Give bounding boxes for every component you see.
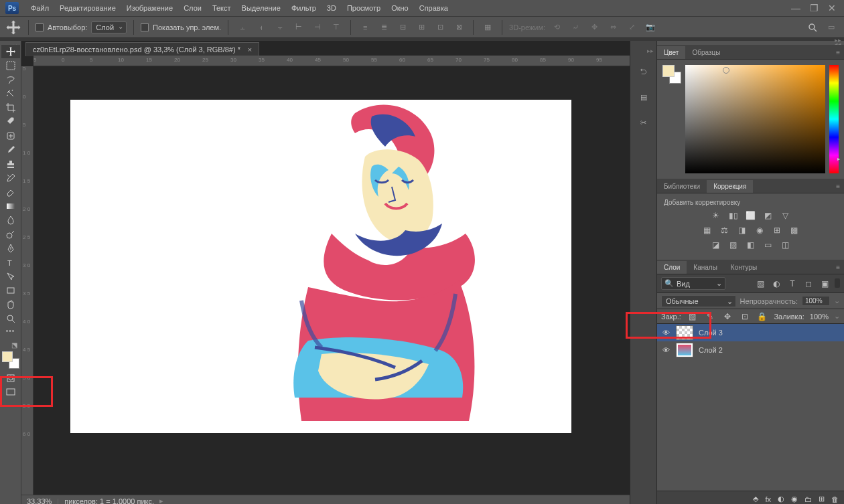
move-tool[interactable] [1,45,20,58]
history-brush-tool[interactable] [1,171,20,185]
autoselect-checkbox[interactable] [36,23,44,31]
type-tool[interactable]: T [1,256,20,269]
layer-mask-icon[interactable]: ◐ [778,495,784,503]
layer-fx-icon[interactable]: fx [765,495,771,503]
dodge-tool[interactable] [1,228,20,241]
hue-slider[interactable]: ▸ [829,65,839,173]
pen-tool[interactable] [1,242,20,255]
colorlookup-icon[interactable]: ▩ [788,225,800,236]
foreground-swatch[interactable] [2,351,13,362]
distribute-3-icon[interactable]: ⊟ [395,20,410,35]
tab-libraries[interactable]: Библиотеки [657,180,707,193]
photo-filter-icon[interactable]: ◉ [754,225,766,236]
lock-all-icon[interactable]: 🔒 [756,311,768,322]
tab-swatches[interactable]: Образцы [685,46,727,59]
path-tool[interactable] [1,270,20,283]
panel-menu-icon[interactable]: ≡ [832,261,844,274]
character-panel-icon[interactable]: ✂ [636,114,652,131]
distribute-2-icon[interactable]: ≣ [376,20,391,35]
menu-help[interactable]: Справка [414,2,453,14]
screen-mode-tool[interactable] [1,386,20,399]
menu-image[interactable]: Изображение [121,2,178,14]
gradient-map-icon[interactable]: ▭ [762,240,774,250]
bw-icon[interactable]: ◨ [736,225,748,236]
delete-layer-icon[interactable]: 🗑 [831,495,839,503]
search-icon[interactable] [805,20,820,35]
panel-menu-icon[interactable]: ≡ [832,46,844,59]
fill-input[interactable]: 100% [810,313,829,321]
filter-type-icon[interactable]: T [786,278,798,289]
minimize-icon[interactable]: — [791,3,800,13]
layer-row[interactable]: 👁 Слой 2 [657,341,844,359]
blend-mode-dropdown[interactable]: Обычные⌄ [661,295,736,307]
selective-color-icon[interactable]: ◫ [780,240,792,250]
tab-paths[interactable]: Контуры [724,261,764,274]
3d-roll-icon[interactable]: ⤾ [568,20,583,35]
filter-pixel-icon[interactable]: ▧ [754,278,766,289]
align-vcenter-icon[interactable]: ⫞ [254,20,269,35]
lock-transparent-icon[interactable]: ▧ [687,311,699,322]
show-controls-checkbox[interactable] [141,23,149,31]
new-layer-icon[interactable]: ⊞ [819,495,825,503]
menu-text[interactable]: Текст [207,2,236,14]
channel-mixer-icon[interactable]: ⊞ [771,225,783,236]
stamp-tool[interactable] [1,157,20,171]
autoselect-dropdown[interactable]: Слой [91,21,127,33]
3d-camera-icon[interactable]: 📷 [643,20,658,35]
align-bottom-icon[interactable]: ⫟ [273,20,287,35]
quickmask-tool[interactable] [1,371,20,385]
new-group-icon[interactable]: 🗀 [804,495,812,503]
distribute-4-icon[interactable]: ⊞ [414,20,429,35]
blur-tool[interactable] [1,214,20,227]
3d-pan-icon[interactable]: ✥ [587,20,602,35]
tab-channels[interactable]: Каналы [687,261,724,274]
lock-paint-icon[interactable]: ✎ [704,311,716,322]
filter-smart-icon[interactable]: ▣ [819,278,831,289]
eraser-tool[interactable] [1,185,20,199]
lasso-tool[interactable] [1,73,20,86]
3d-scale-icon[interactable]: ⤢ [624,20,639,35]
document-tab[interactable]: cz0nEtLrp28-восстановлено.psd @ 33,3% (С… [25,42,259,56]
color-panel-swatch[interactable] [662,65,681,84]
brightness-icon[interactable]: ☀ [710,210,722,221]
zoom-level[interactable]: 33,33% [27,497,52,505]
zoom-tool[interactable] [1,312,20,325]
ruler-vertical[interactable]: 5051 01 52 02 53 03 54 04 55 05 56 0 [21,66,33,495]
invert-icon[interactable]: ◪ [710,240,722,250]
align-top-icon[interactable]: ⫠ [235,20,250,35]
hue-icon[interactable]: ▦ [701,225,713,236]
posterize-icon[interactable]: ▨ [727,240,740,250]
filter-adjust-icon[interactable]: ◐ [770,278,782,289]
3d-orbit-icon[interactable]: ⟲ [549,20,564,35]
menu-3d[interactable]: 3D [322,2,342,14]
tab-layers[interactable]: Слои [657,261,687,274]
maximize-icon[interactable]: ❐ [810,3,819,13]
visibility-icon[interactable]: 👁 [661,329,671,337]
gradient-tool[interactable] [1,199,20,213]
layer-thumbnail[interactable] [676,325,693,340]
threshold-icon[interactable]: ◧ [745,240,757,250]
close-icon[interactable]: ✕ [828,3,836,13]
filter-toggle-icon[interactable] [835,278,840,288]
vibrance-icon[interactable]: ▽ [780,210,792,221]
eyedropper-tool[interactable] [1,115,20,129]
healing-tool[interactable] [1,129,20,143]
exposure-icon[interactable]: ◩ [762,210,774,221]
properties-panel-icon[interactable]: ▤ [636,89,652,105]
filter-shape-icon[interactable]: ◻ [802,278,815,289]
menu-edit[interactable]: Редактирование [54,2,121,14]
opacity-input[interactable]: 100% [802,296,830,306]
chevron-down-icon[interactable]: ⌄ [834,312,840,321]
document-close-icon[interactable]: × [248,46,252,54]
menu-window[interactable]: Окно [386,2,414,14]
auto-align-icon[interactable]: ▦ [480,20,495,35]
levels-icon[interactable]: ▮▯ [727,210,740,221]
colorbalance-icon[interactable]: ⚖ [719,225,731,236]
layer-filter-dropdown[interactable]: 🔍 Вид ⌄ [661,277,725,290]
marquee-tool[interactable] [1,59,20,72]
lock-artboard-icon[interactable]: ⊡ [739,311,751,322]
workspace-icon[interactable]: ▭ [824,20,839,35]
visibility-icon[interactable]: 👁 [661,346,671,354]
new-fill-icon[interactable]: ◉ [791,495,798,503]
color-spectrum[interactable] [685,65,825,173]
